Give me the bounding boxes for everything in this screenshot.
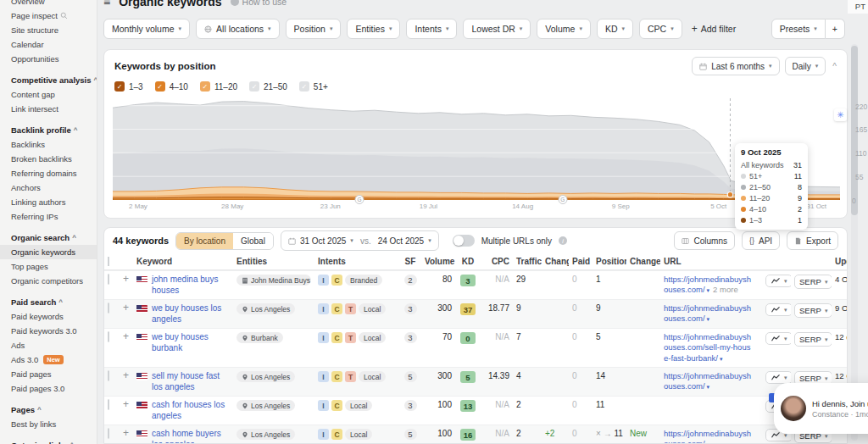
url-expand-caret-icon[interactable]: ▾ (707, 384, 710, 390)
filter-lowest-dr[interactable]: Lowest DR▾ (463, 19, 531, 39)
column-header-change2[interactable]: Change (626, 257, 660, 266)
sidebar-item-referring-domains[interactable]: Referring domains (0, 166, 97, 180)
filter-all-locations[interactable]: All locations▾ (196, 19, 280, 39)
sidebar-item-referring-ips[interactable]: Referring IPs (0, 209, 97, 224)
keyword-link[interactable]: cash home buyers los angeles (152, 429, 230, 444)
sidebar-header-paid-search[interactable]: Paid search^ (0, 295, 97, 309)
url-link[interactable]: https://johnmedinabuysh (664, 303, 759, 314)
column-header-change[interactable]: Change (542, 257, 569, 266)
url-expand-caret-icon[interactable]: ▾ (707, 287, 710, 293)
serp-button[interactable]: SERP▾ (794, 275, 832, 289)
keyword-link[interactable]: cash for houses los angeles (152, 400, 230, 421)
legend-checkbox-4-10[interactable]: ✓4–10 (155, 81, 188, 92)
sidebar-item-anchors[interactable]: Anchors (0, 180, 97, 195)
legend-checkbox-21-50[interactable]: ✓21–50 (249, 81, 287, 92)
url-link[interactable]: ouses.com/▾ (664, 314, 759, 324)
api-button[interactable]: {} API (742, 231, 780, 250)
sidebar-item-paid-keywords-3-0[interactable]: Paid keywords 3.0 (0, 324, 97, 338)
sidebar-item-paid-keywords[interactable]: Paid keywords (0, 309, 97, 324)
export-button[interactable]: Export (787, 231, 838, 250)
serp-button[interactable]: SERP▾ (794, 332, 832, 347)
sidebar-item-linking-authors[interactable]: Linking authors (0, 195, 97, 209)
column-header-entities[interactable]: Entities (233, 257, 314, 266)
how-to-use-link[interactable]: How to use (231, 0, 287, 7)
keyword-link[interactable]: john medina buys houses (152, 275, 230, 296)
row-checkbox[interactable] (108, 370, 109, 381)
sidebar-item-opportunities[interactable]: Opportunities (0, 52, 97, 66)
url-link[interactable]: https://johnmedinabuysh (664, 332, 759, 342)
position-history-button[interactable]: ▾ (765, 371, 791, 384)
sidebar-item-organic-competitors[interactable]: Organic competitors (0, 274, 97, 288)
position-history-button[interactable]: ▾ (765, 275, 791, 287)
add-to-list-icon[interactable]: + (123, 273, 129, 285)
sidebar-item-overview[interactable]: Overview (0, 0, 97, 8)
url-link[interactable]: ouses.com/▾ (664, 381, 759, 391)
select-all-checkbox[interactable] (108, 257, 109, 266)
segment-global[interactable]: Global (233, 233, 273, 249)
sidebar-item-page-inspect[interactable]: Page inspect (0, 8, 97, 23)
compare-date-b-button[interactable]: 24 Oct 2025 ▾ (371, 231, 438, 250)
sidebar-header-competitive-analysis[interactable]: Competitive analysis^ (0, 73, 97, 87)
serp-button[interactable]: SERP▾ (794, 303, 832, 318)
url-link[interactable]: ouses.com/▾ (664, 439, 759, 444)
sidebar-item-site-structure[interactable]: Site structure (0, 23, 97, 37)
url-expand-caret-icon[interactable]: ▾ (707, 316, 710, 322)
sidebar-item-ads[interactable]: Ads (0, 338, 97, 352)
row-checkbox[interactable] (108, 331, 109, 342)
filter-kd[interactable]: KD▾ (597, 19, 633, 39)
url-link[interactable]: https://johnmedinabuysh (664, 429, 759, 439)
sidebar-item-broken-backlinks[interactable]: Broken backlinks (0, 152, 97, 166)
url-link[interactable]: https://johnmedinabuysh (664, 371, 759, 381)
filter-volume[interactable]: Volume▾ (537, 19, 591, 39)
keyword-link[interactable]: sell my house fast los angeles (152, 371, 230, 392)
filter-position[interactable]: Position▾ (286, 19, 342, 39)
column-header-volume[interactable]: Volume (421, 257, 455, 266)
column-header-traffic[interactable]: Traffic (513, 257, 542, 266)
column-header-intents[interactable]: Intents (314, 257, 399, 266)
column-header-upd[interactable]: Upd (832, 257, 848, 266)
column-header-position[interactable]: Position (593, 257, 626, 266)
position-history-button[interactable]: ▾ (765, 332, 791, 345)
column-header-paid[interactable]: Paid (569, 257, 593, 266)
row-checkbox[interactable] (108, 302, 109, 314)
sidebar-item-paid-pages[interactable]: Paid pages (0, 367, 97, 381)
filter-intents[interactable]: Intents▾ (406, 19, 457, 39)
sidebar-header-outgoing-links[interactable]: Outgoing links^ (0, 438, 97, 444)
date-range-button[interactable]: Last 6 months ▾ (692, 57, 779, 75)
filter-entities[interactable]: Entities▾ (347, 19, 400, 39)
granularity-button[interactable]: Daily ▾ (785, 57, 826, 75)
sidebar-header-pages[interactable]: Pages^ (0, 402, 97, 417)
sidebar-item-paid-pages-3-0[interactable]: Paid pages 3.0 (0, 381, 97, 396)
filter-monthly-volume[interactable]: Monthly volume▾ (103, 19, 190, 39)
column-header-kd[interactable]: KD (455, 257, 481, 266)
chat-widget[interactable]: Hi dennis, Join us in these two… Constan… (774, 383, 868, 434)
add-to-list-icon[interactable]: + (123, 330, 129, 342)
sidebar-item-best-by-links[interactable]: Best by links (0, 417, 97, 431)
presets-button[interactable]: Presets ▾ (771, 19, 826, 39)
sidebar-header-organic-search[interactable]: Organic search^ (0, 230, 97, 245)
sidebar-item-link-intersect[interactable]: Link intersect (0, 102, 97, 116)
url-link[interactable]: ouses.com/▾2 more (664, 285, 759, 295)
multiple-urls-toggle[interactable] (453, 235, 475, 247)
sidebar-item-top-pages[interactable]: Top pages (0, 259, 97, 274)
sidebar-item-content-gap[interactable]: Content gap (0, 87, 97, 102)
url-expand-caret-icon[interactable]: ▾ (720, 356, 723, 362)
sidebar-item-backlinks[interactable]: Backlinks (0, 137, 97, 152)
filter-cpc[interactable]: CPC▾ (639, 19, 682, 39)
ai-sparkle-icon[interactable]: ✳ (834, 108, 847, 121)
sidebar-item-ads-3-0[interactable]: Ads 3.0New (0, 352, 97, 367)
url-link[interactable]: https://johnmedinabuysh (664, 275, 759, 285)
position-history-button[interactable]: ▾ (765, 303, 791, 316)
legend-checkbox-11-20[interactable]: ✓11–20 (200, 81, 237, 92)
add-filter-button[interactable]: + Add filter (692, 23, 736, 35)
add-to-list-icon[interactable]: + (123, 427, 129, 439)
url-link[interactable]: e-fast-burbank/▾ (664, 353, 759, 364)
collapse-chart-icon[interactable]: ^ (832, 62, 837, 71)
url-link[interactable]: ouses.com/sell-my-hous (664, 342, 759, 352)
compare-date-a-button[interactable]: 31 Oct 2025 ▾ (281, 231, 360, 250)
row-checkbox[interactable] (108, 399, 109, 410)
column-header-keyword[interactable]: Keyword (133, 257, 233, 266)
legend-checkbox-51[interactable]: ✓51+ (299, 81, 328, 92)
sidebar-item-organic-keywords[interactable]: Organic keywords (0, 245, 97, 259)
legend-checkbox-1-3[interactable]: ✓1–3 (114, 81, 143, 92)
